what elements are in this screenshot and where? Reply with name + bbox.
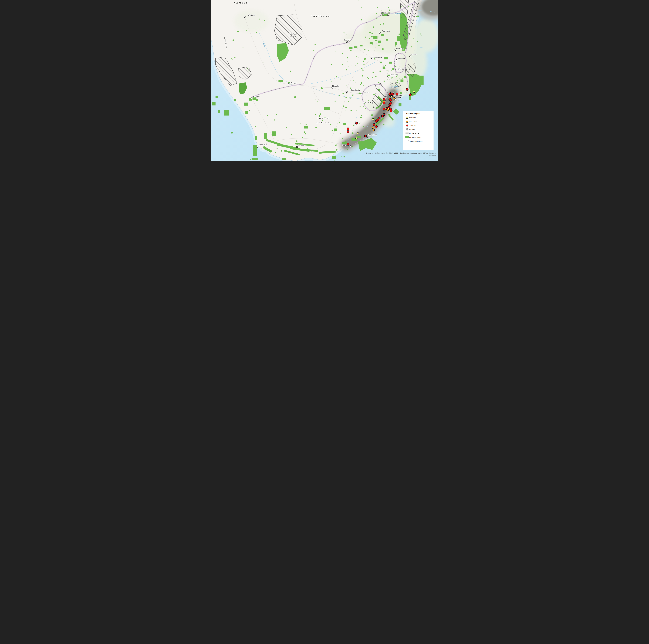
legend-symbol-fill-icon [405, 136, 409, 138]
observation-point-2013-2023 [364, 135, 367, 137]
legend-label: 2013-2023 [409, 125, 417, 127]
legend-item-2000-2012: 2000-2012 [405, 120, 432, 124]
observation-point-pre-2000 [413, 91, 415, 93]
observation-point-2013-2023 [396, 93, 398, 95]
observation-point-2013-2023 [383, 102, 386, 104]
map-attribution: Sources: Esri, TomTom, Garmin, FAO, NOAA… [366, 152, 436, 156]
observation-point-2013-2023 [375, 125, 378, 128]
observation-point-2013-2023 [347, 143, 349, 146]
legend: Observation year Pre-20002000-20122013-2… [403, 112, 434, 150]
city-marker-mbabane [396, 59, 397, 61]
observation-point-2013-2023 [391, 93, 394, 96]
legend-label: No date [409, 129, 415, 130]
observation-point-2013-2023 [355, 122, 358, 125]
legend-label: Pre-2000 [409, 117, 416, 119]
legend-label: Global range [409, 132, 419, 134]
legend-symbol-dot-icon [405, 125, 409, 127]
city-marker-polokwane [379, 32, 381, 34]
city-marker-maputo [409, 55, 411, 57]
observation-point-2013-2023 [383, 108, 385, 111]
city-marker-windhoek [244, 16, 246, 18]
legend-title: Observation year [405, 113, 432, 115]
legend-item-transfrontier-park: Transfrontier park [405, 139, 432, 143]
city-marker-cape-town [257, 146, 258, 148]
observation-point-2013-2023 [381, 115, 384, 117]
observation-point-2013-2023 [383, 98, 386, 100]
observation-point-2013-2023 [373, 123, 375, 126]
legend-symbol-dot-icon [405, 117, 409, 119]
observation-point-2013-2023 [409, 93, 412, 96]
observation-point-2013-2023 [390, 110, 392, 112]
legend-label: Transfrontier park [409, 140, 423, 142]
observation-point-pre-2000 [390, 96, 392, 98]
legend-symbol-hatch-icon [405, 140, 409, 142]
legend-item-pre-2000: Pre-2000 [405, 116, 432, 120]
city-marker-newcastle [387, 76, 389, 78]
observation-point-pre-2000 [372, 118, 374, 121]
city-marker-bloemfontein [346, 91, 348, 93]
city-marker-gqeberha [350, 145, 351, 147]
city-marker-maseru [361, 93, 362, 95]
observation-point-2013-2023 [347, 127, 349, 130]
city-marker-mbombela [394, 49, 396, 51]
legend-item-global-range: Global range [405, 131, 432, 135]
legend-symbol-range-icon [405, 132, 409, 134]
map-canvas[interactable]: NAMIBIABOTSWANASOUTH AFRICALESOTHOESWATI… [211, 0, 438, 161]
legend-item-no-date: No date [405, 127, 432, 131]
legend-symbol-dot-icon [405, 121, 409, 123]
attribution-line-2: Esri, USGS [366, 154, 436, 156]
legend-label: Protected areas [409, 136, 421, 138]
observation-point-2013-2023 [389, 99, 392, 102]
observation-point-2000-2012 [393, 97, 395, 99]
legend-item-protected-areas: Protected areas [405, 135, 432, 139]
legend-label: 2000-2012 [409, 121, 417, 123]
legend-item-2013-2023: 2013-2023 [405, 124, 432, 127]
observation-point-pre-2000 [357, 132, 359, 134]
city-marker-george [296, 146, 298, 148]
city-marker-upington [288, 83, 289, 85]
attribution-line-1: Sources: Esri, TomTom, Garmin, FAO, NOAA… [366, 152, 436, 154]
city-marker-gaborone [346, 41, 348, 43]
observation-point-2000-2012 [387, 109, 389, 111]
observation-point-2013-2023 [406, 88, 408, 91]
observation-point-2000-2012 [373, 129, 375, 131]
observation-point-2013-2023 [347, 130, 349, 133]
city-marker-springbok [251, 97, 252, 99]
city-marker-johannesburg [371, 58, 373, 59]
observation-point-2013-2023 [375, 120, 378, 123]
legend-symbol-dot-icon [405, 128, 409, 130]
observation-point-2000-2012 [372, 127, 374, 129]
city-marker-kimberley [332, 87, 333, 89]
observation-point-pre-2000 [355, 137, 357, 139]
